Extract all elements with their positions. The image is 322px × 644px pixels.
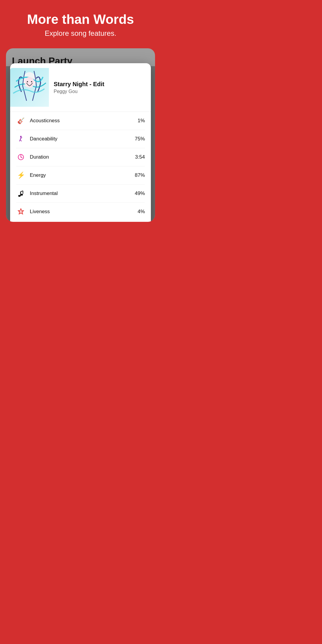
modal-header: Starry Night - Edit Peggy Gou bbox=[10, 63, 151, 112]
svg-point-19 bbox=[20, 211, 21, 212]
song-features-modal: Starry Night - Edit Peggy Gou 🎸 Acoustic… bbox=[10, 63, 151, 222]
acousticness-value: 1% bbox=[137, 118, 145, 124]
duration-label: Duration bbox=[30, 154, 135, 160]
svg-line-12 bbox=[21, 157, 22, 158]
feature-row-liveness[interactable]: Liveness 4% bbox=[16, 203, 145, 221]
svg-point-3 bbox=[27, 81, 28, 82]
danceability-label: Danceability bbox=[30, 136, 135, 142]
svg-line-6 bbox=[20, 137, 21, 140]
modal-song-artist: Peggy Gou bbox=[54, 89, 145, 94]
modal-song-info: Starry Night - Edit Peggy Gou bbox=[49, 81, 145, 94]
svg-point-18 bbox=[21, 194, 23, 196]
svg-line-16 bbox=[21, 191, 23, 192]
danceability-icon bbox=[16, 134, 26, 144]
album-art bbox=[10, 68, 49, 107]
playlist-card: Launch Party Updated At 17:30 Today 83 S… bbox=[6, 48, 155, 222]
instrumental-label: Instrumental bbox=[30, 191, 135, 196]
feature-row-acousticness[interactable]: 🎸 Acousticness 1% bbox=[16, 112, 145, 130]
instrumental-icon bbox=[16, 189, 26, 198]
page-title: More than Words bbox=[27, 12, 134, 27]
modal-song-name: Starry Night - Edit bbox=[54, 81, 145, 88]
page-subtitle: Explore song features. bbox=[45, 29, 116, 38]
feature-list: 🎸 Acousticness 1% Danceability 75% bbox=[10, 112, 151, 222]
feature-row-instrumental[interactable]: Instrumental 49% bbox=[16, 185, 145, 203]
danceability-value: 75% bbox=[135, 136, 145, 142]
duration-value: 3:54 bbox=[135, 154, 145, 160]
acousticness-icon: 🎸 bbox=[16, 116, 26, 126]
liveness-value: 4% bbox=[137, 209, 145, 215]
feature-row-danceability[interactable]: Danceability 75% bbox=[16, 130, 145, 148]
svg-point-20 bbox=[21, 211, 22, 212]
svg-line-9 bbox=[20, 140, 21, 141]
liveness-label: Liveness bbox=[30, 209, 137, 215]
liveness-icon bbox=[16, 207, 26, 216]
energy-icon: ⚡ bbox=[16, 171, 26, 180]
instrumental-value: 49% bbox=[135, 191, 145, 196]
duration-icon bbox=[16, 152, 26, 162]
svg-point-4 bbox=[31, 81, 32, 82]
acousticness-label: Acousticness bbox=[30, 118, 137, 124]
svg-point-5 bbox=[20, 136, 22, 137]
feature-row-loudness[interactable]: Loudness Quiet bbox=[16, 221, 145, 222]
energy-value: 87% bbox=[135, 172, 145, 178]
svg-point-13 bbox=[21, 154, 21, 155]
feature-row-energy[interactable]: ⚡ Energy 87% bbox=[16, 166, 145, 185]
energy-label: Energy bbox=[30, 172, 135, 178]
feature-row-duration[interactable]: Duration 3:54 bbox=[16, 148, 145, 166]
